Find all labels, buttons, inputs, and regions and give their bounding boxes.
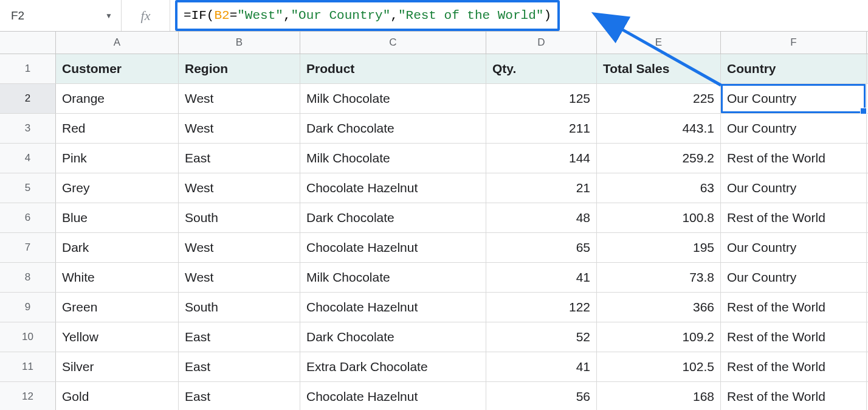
cell[interactable]: 63 <box>597 173 721 203</box>
cell[interactable]: 73.8 <box>597 263 721 292</box>
cell[interactable]: 52 <box>486 322 597 352</box>
cell[interactable]: 41 <box>486 352 597 381</box>
cell[interactable]: Grey <box>56 173 179 203</box>
cell[interactable]: 41 <box>486 263 597 292</box>
cell[interactable]: Blue <box>56 203 179 232</box>
col-header-D[interactable]: D <box>486 32 597 54</box>
row-header[interactable]: 12 <box>0 382 56 410</box>
header-country[interactable]: Country <box>721 54 867 83</box>
fx-icon: fx <box>122 0 170 31</box>
col-header-F[interactable]: F <box>721 32 867 54</box>
formula-input-wrap[interactable]: =IF(B2="West","Our Country","Rest of the… <box>170 0 868 31</box>
col-header-B[interactable]: B <box>179 32 300 54</box>
cell[interactable]: South <box>179 203 300 232</box>
cell[interactable]: Extra Dark Chocolate <box>300 352 486 381</box>
cell[interactable]: Dark <box>56 233 179 262</box>
cell[interactable]: Gold <box>56 382 179 410</box>
cell[interactable]: 168 <box>597 382 721 410</box>
cell[interactable]: Orange <box>56 84 179 113</box>
cell[interactable]: 102.5 <box>597 352 721 381</box>
cell[interactable]: Our Country <box>721 114 867 143</box>
select-all-corner[interactable] <box>0 32 56 54</box>
cell[interactable]: Green <box>56 293 179 322</box>
cell[interactable]: White <box>56 263 179 292</box>
cell[interactable]: 225 <box>597 84 721 113</box>
cell[interactable]: 195 <box>597 233 721 262</box>
row-header[interactable]: 4 <box>0 144 56 173</box>
cell[interactable]: West <box>179 114 300 143</box>
table-row: 7 Dark West Chocolate Hazelnut 65 195 Ou… <box>0 233 868 263</box>
cell[interactable]: Our Country <box>721 233 867 262</box>
cell[interactable]: Milk Chocolate <box>300 84 486 113</box>
col-header-E[interactable]: E <box>597 32 721 54</box>
cell[interactable]: Chocolate Hazelnut <box>300 233 486 262</box>
cell[interactable]: 21 <box>486 173 597 203</box>
row-header[interactable]: 1 <box>0 54 56 83</box>
cell[interactable]: 144 <box>486 144 597 173</box>
cell[interactable]: East <box>179 322 300 352</box>
cell[interactable]: Dark Chocolate <box>300 114 486 143</box>
cell[interactable]: 122 <box>486 293 597 322</box>
cell[interactable]: South <box>179 293 300 322</box>
formula-token-string: "Rest of the World" <box>398 9 543 23</box>
cell[interactable]: East <box>179 352 300 381</box>
table-row: 5 Grey West Chocolate Hazelnut 21 63 Our… <box>0 173 868 203</box>
cell[interactable]: Rest of the World <box>721 322 867 352</box>
col-header-C[interactable]: C <box>300 32 486 54</box>
row-header[interactable]: 5 <box>0 173 56 203</box>
header-customer[interactable]: Customer <box>56 54 179 83</box>
cell[interactable]: 211 <box>486 114 597 143</box>
cell[interactable]: 65 <box>486 233 597 262</box>
header-region[interactable]: Region <box>179 54 300 83</box>
cell[interactable]: 56 <box>486 382 597 410</box>
row-header[interactable]: 11 <box>0 352 56 381</box>
cell[interactable]: 366 <box>597 293 721 322</box>
cell[interactable]: Chocolate Hazelnut <box>300 293 486 322</box>
col-header-A[interactable]: A <box>56 32 179 54</box>
cell[interactable]: Rest of the World <box>721 352 867 381</box>
name-box[interactable]: F2 ▼ <box>0 0 122 31</box>
row-header[interactable]: 2 <box>0 84 56 113</box>
cell-selected[interactable]: Our Country <box>721 84 867 113</box>
cell[interactable]: 125 <box>486 84 597 113</box>
cell[interactable]: Yellow <box>56 322 179 352</box>
cell[interactable]: 443.1 <box>597 114 721 143</box>
header-qty[interactable]: Qty. <box>486 54 597 83</box>
cell[interactable]: 100.8 <box>597 203 721 232</box>
header-product[interactable]: Product <box>300 54 486 83</box>
row-header[interactable]: 9 <box>0 293 56 322</box>
cell[interactable]: Red <box>56 114 179 143</box>
cell[interactable]: Our Country <box>721 173 867 203</box>
cell[interactable]: Rest of the World <box>721 144 867 173</box>
row-header[interactable]: 3 <box>0 114 56 143</box>
row-header[interactable]: 10 <box>0 322 56 352</box>
row-header[interactable]: 8 <box>0 263 56 292</box>
cell[interactable]: 48 <box>486 203 597 232</box>
table-row: 12 Gold East Chocolate Hazelnut 56 168 R… <box>0 382 868 410</box>
cell[interactable]: West <box>179 84 300 113</box>
cell[interactable]: Milk Chocolate <box>300 144 486 173</box>
cell[interactable]: Dark Chocolate <box>300 203 486 232</box>
cell[interactable]: East <box>179 382 300 410</box>
cell[interactable]: Chocolate Hazelnut <box>300 382 486 410</box>
cell[interactable]: Dark Chocolate <box>300 322 486 352</box>
cell[interactable]: Rest of the World <box>721 203 867 232</box>
row-header[interactable]: 7 <box>0 233 56 262</box>
cell[interactable]: West <box>179 233 300 262</box>
formula-input[interactable]: =IF(B2="West","Our Country","Rest of the… <box>175 0 560 31</box>
cell[interactable]: Rest of the World <box>721 382 867 410</box>
cell[interactable]: 109.2 <box>597 322 721 352</box>
cell[interactable]: Rest of the World <box>721 293 867 322</box>
cell[interactable]: Milk Chocolate <box>300 263 486 292</box>
cell[interactable]: East <box>179 144 300 173</box>
cell[interactable]: Silver <box>56 352 179 381</box>
row-header[interactable]: 6 <box>0 203 56 232</box>
cell[interactable]: 259.2 <box>597 144 721 173</box>
cell[interactable]: Chocolate Hazelnut <box>300 173 486 203</box>
cell[interactable]: West <box>179 263 300 292</box>
header-total[interactable]: Total Sales <box>597 54 721 83</box>
cell[interactable]: Pink <box>56 144 179 173</box>
cell[interactable]: West <box>179 173 300 203</box>
table-row: 8 White West Milk Chocolate 41 73.8 Our … <box>0 263 868 293</box>
cell[interactable]: Our Country <box>721 263 867 292</box>
